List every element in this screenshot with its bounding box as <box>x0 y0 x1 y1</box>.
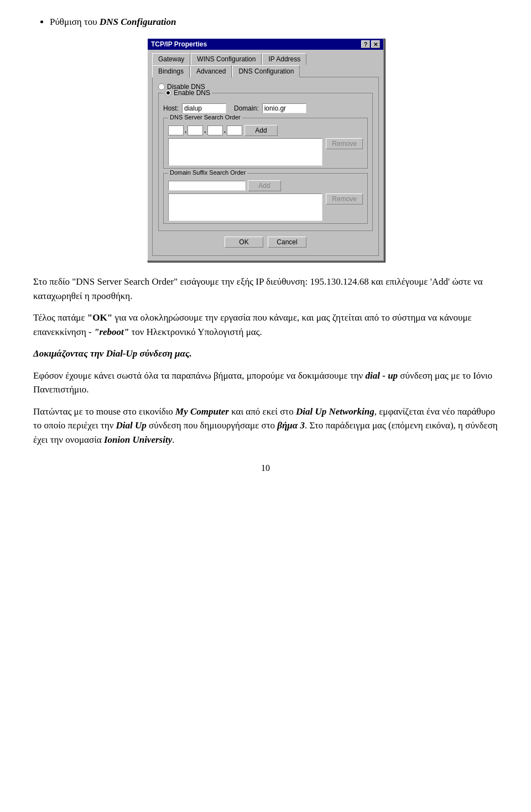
dns-side-buttons: Remove <box>326 138 363 166</box>
ip-field-1[interactable] <box>168 125 184 135</box>
p4-uni: Ionion University <box>104 434 172 445</box>
p4-text: Πατώντας με το mouse στο εικονίδιο <box>33 406 175 417</box>
dns-server-legend: DNS Server Search Order <box>168 114 242 121</box>
tab-ipaddress[interactable]: IP Address <box>262 53 306 65</box>
host-domain-row: Host: Domain: <box>163 103 368 113</box>
suffix-input-row: Add <box>168 180 363 191</box>
close-button[interactable]: ✕ <box>371 40 380 48</box>
dialog-container: TCP/IP Properties ? ✕ Gateway WINS Confi… <box>33 38 498 261</box>
ok-button[interactable]: OK <box>225 237 263 248</box>
ip-field-2[interactable] <box>188 125 203 135</box>
suffix-list-section: Remove <box>168 193 363 221</box>
tabs-row-2: Bindings Advanced DNS Configuration <box>152 65 379 77</box>
paragraph-4: Πατώντας με το mouse στο εικονίδιο My Co… <box>33 405 498 447</box>
p3-dialup: dial - up <box>366 370 398 381</box>
bullet-section: Ρύθμιση του DNS Configuration <box>33 17 498 28</box>
help-button[interactable]: ? <box>361 40 370 48</box>
ip-sep-2: . <box>204 127 206 134</box>
p4-mycomp: My Computer <box>175 406 229 417</box>
tab-advanced[interactable]: Advanced <box>190 65 232 77</box>
enable-dns-group: Enable DNS Host: Domain: DNS Server Sear… <box>158 93 373 231</box>
dns-tab-panel: Disable DNS Enable DNS Host: Domain: <box>152 77 379 256</box>
p4-dialup: Dial Up Networking <box>296 406 374 417</box>
dns-server-list[interactable] <box>168 138 322 166</box>
domain-suffix-group: Domain Suffix Search Order Add Remove <box>163 173 368 224</box>
p4-mid: και από εκεί στο <box>229 406 296 417</box>
dns-remove-button[interactable]: Remove <box>326 138 363 149</box>
tab-bindings[interactable]: Bindings <box>152 65 190 77</box>
ip-sep-1: . <box>185 127 186 134</box>
p4-dialup2: Dial Up <box>116 420 147 431</box>
dialog-title: TCP/IP Properties <box>151 40 207 48</box>
enable-radio-circle[interactable] <box>165 90 171 96</box>
cancel-button[interactable]: Cancel <box>268 237 306 248</box>
dialog-footer: OK Cancel <box>158 237 373 250</box>
titlebar-buttons: ? ✕ <box>361 40 380 48</box>
suffix-remove-button[interactable]: Remove <box>326 193 363 205</box>
p1-text: Στο πεδίο "DNS Server Search Order" εισά… <box>33 276 483 301</box>
ip-sep-3: . <box>224 127 226 134</box>
suffix-add-button[interactable]: Add <box>248 180 281 191</box>
p3-prefix: Εφόσον έχουμε κάνει σωστά όλα τα παραπάν… <box>33 370 366 381</box>
p4-end: σύνδεση που δημιουργήσαμε στο <box>147 420 277 431</box>
p2-prefix: Τέλος πατάμε <box>33 312 87 323</box>
domain-input[interactable] <box>262 103 306 113</box>
dialog-titlebar: TCP/IP Properties ? ✕ <box>148 39 383 50</box>
domain-label: Domain: <box>234 104 259 112</box>
paragraph-1: Στο πεδίο "DNS Server Search Order" εισά… <box>33 275 498 303</box>
host-input[interactable] <box>182 103 226 113</box>
tab-dns[interactable]: DNS Configuration <box>232 65 300 77</box>
bullet-prefix: Ρύθμιση του <box>50 17 100 27</box>
suffix-side-buttons: Remove <box>326 193 363 221</box>
p4-step: βήμα 3 <box>277 420 305 431</box>
bullet-bold: DNS Configuration <box>100 17 176 27</box>
paragraph-2: Τέλος πατάμε "OK" για να ολοκληρώσουμε τ… <box>33 311 498 339</box>
domain-suffix-legend: Domain Suffix Search Order <box>168 169 247 176</box>
heading-text: Δοκιμάζοντας την Dial-Up σύνδεση μας. <box>33 348 192 359</box>
dns-server-group: DNS Server Search Order . . . <box>163 118 368 169</box>
suffix-input[interactable] <box>168 181 246 191</box>
ip-field-3[interactable] <box>207 125 223 135</box>
p2-reboot: "reboot" <box>94 327 129 337</box>
suffix-list[interactable] <box>168 193 322 221</box>
paragraph-3: Εφόσον έχουμε κάνει σωστά όλα τα παραπάν… <box>33 369 498 397</box>
dialog-body: Gateway WINS Configuration IP Address Bi… <box>148 50 383 260</box>
section-heading: Δοκιμάζοντας την Dial-Up σύνδεση μας. <box>33 347 498 361</box>
enable-dns-legend: Enable DNS <box>163 89 212 97</box>
p4-dot: . <box>172 434 174 445</box>
tabs-row-1: Gateway WINS Configuration IP Address <box>152 53 379 65</box>
host-label: Host: <box>163 104 179 112</box>
tab-gateway[interactable]: Gateway <box>152 53 190 65</box>
bullet-item: Ρύθμιση του DNS Configuration <box>50 17 498 28</box>
p2-ok: "OK" <box>87 312 112 323</box>
dns-ip-fields: . . . <box>168 125 242 135</box>
tab-wins[interactable]: WINS Configuration <box>191 53 262 65</box>
dns-ip-row: . . . Add <box>168 125 363 136</box>
dns-add-button[interactable]: Add <box>244 125 278 136</box>
p2-end: τον Ηλεκτρονικό Υπολογιστή μας. <box>129 327 262 337</box>
dialog-window: TCP/IP Properties ? ✕ Gateway WINS Confi… <box>147 38 384 261</box>
dns-list-section: Remove <box>168 138 363 166</box>
page-number: 10 <box>33 463 498 473</box>
ip-field-4[interactable] <box>227 125 242 135</box>
enable-dns-label: Enable DNS <box>174 89 210 97</box>
